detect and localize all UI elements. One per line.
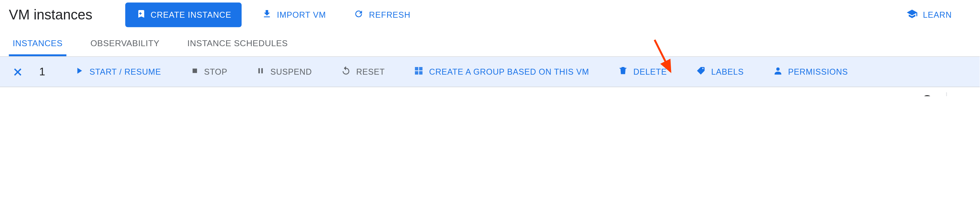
tabs: INSTANCES OBSERVABILITY INSTANCE SCHEDUL… — [0, 31, 980, 57]
create-instance-label: CREATE INSTANCE — [151, 10, 231, 19]
tab-instance-schedules[interactable]: INSTANCE SCHEDULES — [183, 31, 291, 56]
person-icon — [773, 66, 783, 78]
import-vm-label: IMPORT VM — [277, 10, 326, 19]
stop-button[interactable]: STOP — [184, 62, 234, 81]
import-vm-button[interactable]: IMPORT VM — [254, 4, 334, 26]
reset-button[interactable]: RESET — [335, 62, 391, 81]
learn-button[interactable]: LEARN — [899, 3, 959, 26]
create-group-button[interactable]: CREATE A GROUP BASED ON THIS VM — [408, 62, 595, 81]
plus-badge-icon — [135, 9, 146, 21]
filter-icon — [9, 95, 20, 96]
group-icon — [414, 66, 424, 78]
refresh-label: REFRESH — [369, 10, 410, 19]
svg-rect-0 — [192, 68, 197, 73]
tab-instances[interactable]: INSTANCES — [9, 31, 66, 56]
selected-count: 1 — [39, 65, 45, 78]
delete-button[interactable]: DELETE — [612, 62, 673, 81]
permissions-button[interactable]: PERMISSIONS — [767, 62, 854, 81]
create-instance-button[interactable]: CREATE INSTANCE — [125, 2, 241, 27]
filter-input[interactable] — [52, 95, 914, 96]
pause-icon — [256, 66, 265, 77]
play-icon — [74, 66, 84, 78]
help-icon[interactable]: ? — [921, 94, 934, 96]
page-header: VM instances CREATE INSTANCE IMPORT VM R… — [0, 0, 980, 31]
trash-icon — [618, 66, 628, 78]
start-resume-button[interactable]: START / RESUME — [68, 62, 167, 81]
refresh-icon — [354, 9, 364, 21]
labels-button[interactable]: LABELS — [690, 62, 750, 81]
learn-label: LEARN — [923, 10, 952, 19]
import-icon — [262, 9, 272, 21]
reset-icon — [341, 66, 351, 78]
suspend-button[interactable]: SUSPEND — [250, 62, 318, 81]
selection-action-bar: 1 START / RESUME STOP SUSPEND RESET CREA… — [0, 57, 980, 87]
svg-rect-2 — [262, 68, 263, 73]
clear-selection-button[interactable] — [9, 63, 26, 81]
filter-label: Filter — [26, 95, 46, 96]
page-title: VM instances — [9, 6, 92, 23]
refresh-button[interactable]: REFRESH — [346, 4, 418, 26]
filter-bar: Filter ? — [0, 87, 980, 96]
svg-point-4 — [922, 95, 932, 96]
learn-icon — [906, 8, 918, 22]
svg-point-3 — [776, 67, 780, 71]
stop-icon — [190, 66, 199, 77]
svg-rect-1 — [259, 68, 260, 73]
columns-icon[interactable] — [959, 95, 971, 96]
tab-observability[interactable]: OBSERVABILITY — [86, 31, 163, 56]
tag-icon — [696, 66, 706, 78]
